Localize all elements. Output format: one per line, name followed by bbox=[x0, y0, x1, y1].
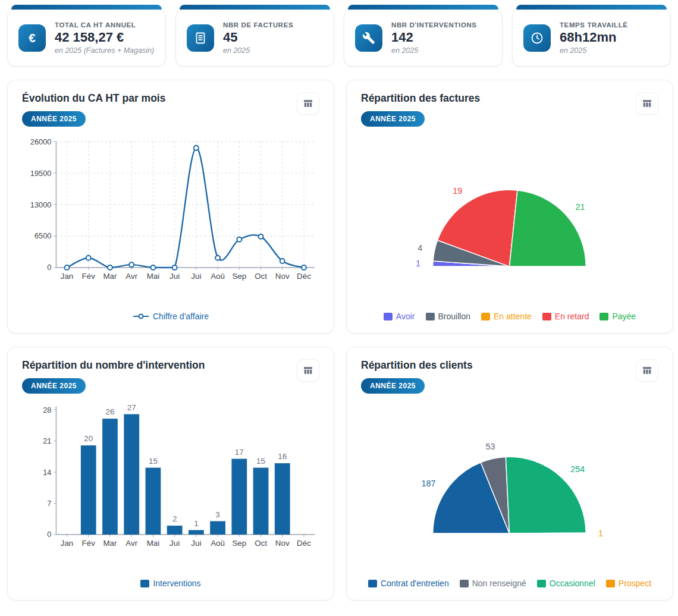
chart-legend: Interventions bbox=[22, 579, 319, 589]
svg-text:16: 16 bbox=[278, 452, 287, 461]
svg-text:6500: 6500 bbox=[34, 232, 52, 241]
legend-label: Avoir bbox=[396, 312, 415, 321]
svg-text:Mai: Mai bbox=[147, 539, 160, 548]
legend-swatch-icon bbox=[426, 313, 435, 320]
chart-type-button[interactable] bbox=[297, 92, 319, 115]
chart-type-button[interactable] bbox=[636, 359, 658, 382]
chart-legend: AvoirBrouillonEn attenteEn retardPayée bbox=[361, 312, 658, 322]
svg-text:Avr: Avr bbox=[125, 539, 137, 548]
kpi-card-interventions: NBR D'INTERVENTIONS 142 en 2025 bbox=[344, 5, 503, 67]
table-columns-icon bbox=[641, 364, 653, 376]
table-columns-icon bbox=[641, 98, 653, 109]
legend-swatch-icon bbox=[481, 313, 490, 320]
svg-text:21: 21 bbox=[576, 202, 585, 212]
kpi-subtitle: en 2025 (Factures + Magasin) bbox=[55, 46, 154, 55]
chart-type-button[interactable] bbox=[636, 92, 658, 115]
legend-item[interactable]: En retard bbox=[542, 312, 589, 321]
svg-text:Sep: Sep bbox=[232, 272, 246, 281]
table-columns-icon bbox=[302, 98, 314, 109]
legend-label: Occasionnel bbox=[550, 579, 595, 588]
svg-text:Sep: Sep bbox=[232, 539, 246, 548]
kpi-value: 45 bbox=[223, 30, 293, 45]
wrench-icon bbox=[355, 24, 382, 52]
svg-text:Oct: Oct bbox=[255, 539, 267, 548]
clients-half-pie-chart: 187532541 bbox=[361, 420, 658, 539]
svg-text:1: 1 bbox=[194, 519, 198, 528]
svg-text:21: 21 bbox=[43, 436, 51, 445]
legend-swatch-icon bbox=[384, 313, 393, 320]
svg-text:17: 17 bbox=[235, 448, 244, 457]
svg-text:7: 7 bbox=[47, 499, 51, 508]
factures-half-pie-chart: 141921 bbox=[361, 153, 658, 272]
kpi-label: TEMPS TRAVAILLÉ bbox=[560, 21, 628, 29]
svg-text:13000: 13000 bbox=[30, 200, 52, 209]
ca-line-chart: 06500130001950026000JanFévMarAvrMaiJuiJu… bbox=[22, 133, 319, 286]
legend-swatch-icon bbox=[460, 580, 469, 587]
legend-item[interactable]: Occasionnel bbox=[537, 579, 595, 588]
svg-text:26000: 26000 bbox=[30, 137, 52, 146]
kpi-value: 42 158,27 € bbox=[55, 30, 154, 45]
legend-item[interactable]: Interventions bbox=[140, 579, 200, 588]
svg-text:Fév: Fév bbox=[82, 272, 96, 281]
card-repartition-interventions: Répartition du nombre d'intervention ANN… bbox=[7, 347, 334, 601]
card-ca-evolution: Évolution du CA HT par mois ANNÉE 2025 0… bbox=[7, 80, 334, 334]
legend-label: Non renseigné bbox=[472, 579, 526, 588]
svg-text:Jui: Jui bbox=[191, 539, 201, 548]
svg-text:27: 27 bbox=[127, 403, 136, 412]
euro-icon: € bbox=[18, 24, 46, 52]
svg-text:26: 26 bbox=[106, 407, 115, 416]
legend-label: Prospect bbox=[619, 579, 651, 588]
svg-text:Déc: Déc bbox=[297, 272, 311, 281]
card-repartition-clients: Répartition des clients ANNÉE 2025 18753… bbox=[346, 347, 673, 601]
legend-label: En retard bbox=[555, 312, 589, 321]
legend-item[interactable]: Chiffre d'affaire bbox=[133, 312, 209, 321]
legend-swatch-icon bbox=[140, 580, 149, 587]
kpi-subtitle: en 2025 bbox=[391, 46, 477, 55]
legend-item[interactable]: Non renseigné bbox=[460, 579, 526, 588]
legend-item[interactable]: Payée bbox=[599, 312, 636, 321]
legend-swatch-icon bbox=[542, 313, 551, 320]
kpi-label: TOTAL CA HT ANNUEL bbox=[55, 21, 154, 29]
legend-label: Interventions bbox=[153, 579, 200, 588]
legend-label: Brouillon bbox=[438, 312, 470, 321]
svg-text:Aoû: Aoû bbox=[211, 272, 225, 281]
kpi-accent-bar bbox=[348, 5, 498, 10]
svg-text:Mai: Mai bbox=[147, 272, 160, 281]
kpi-subtitle: en 2025 bbox=[560, 46, 628, 55]
svg-text:53: 53 bbox=[486, 442, 495, 451]
chart-legend: Contrat d'entretienNon renseignéOccasion… bbox=[361, 579, 658, 589]
svg-text:15: 15 bbox=[256, 457, 265, 466]
year-badge: ANNÉE 2025 bbox=[361, 378, 425, 394]
kpi-accent-bar bbox=[11, 5, 162, 10]
legend-item[interactable]: En attente bbox=[481, 312, 532, 321]
card-title: Répartition des clients bbox=[361, 359, 473, 372]
svg-text:14: 14 bbox=[43, 468, 51, 477]
svg-text:20: 20 bbox=[84, 434, 93, 443]
svg-text:Mar: Mar bbox=[103, 539, 117, 548]
svg-text:187: 187 bbox=[422, 479, 436, 488]
legend-item[interactable]: Prospect bbox=[606, 579, 651, 588]
legend-item[interactable]: Brouillon bbox=[426, 312, 470, 321]
kpi-card-factures: NBR DE FACTURES 45 en 2025 bbox=[175, 5, 334, 67]
svg-text:Avr: Avr bbox=[125, 272, 137, 281]
svg-text:Nov: Nov bbox=[275, 539, 290, 548]
card-title: Évolution du CA HT par mois bbox=[22, 92, 165, 105]
year-badge: ANNÉE 2025 bbox=[361, 111, 425, 127]
svg-text:1: 1 bbox=[598, 529, 603, 538]
svg-text:€: € bbox=[29, 31, 36, 45]
legend-item[interactable]: Contrat d'entretien bbox=[368, 579, 449, 588]
interventions-bar-chart: 07142128JanFévMarAvrMaiJuiJuiAoûSepOctNo… bbox=[22, 400, 319, 553]
svg-text:Jui: Jui bbox=[170, 272, 180, 281]
year-badge: ANNÉE 2025 bbox=[22, 378, 86, 394]
svg-text:0: 0 bbox=[47, 530, 51, 539]
svg-text:2: 2 bbox=[172, 514, 177, 523]
card-title: Répartition du nombre d'intervention bbox=[22, 359, 205, 372]
legend-swatch-icon bbox=[606, 580, 615, 587]
kpi-accent-bar bbox=[516, 5, 667, 10]
invoice-icon bbox=[187, 24, 214, 52]
chart-type-button[interactable] bbox=[297, 359, 319, 382]
svg-text:Mar: Mar bbox=[103, 272, 117, 281]
kpi-card-total-ca: € TOTAL CA HT ANNUEL 42 158,27 € en 2025… bbox=[7, 5, 166, 67]
legend-swatch-icon bbox=[599, 313, 608, 320]
legend-item[interactable]: Avoir bbox=[384, 312, 415, 321]
